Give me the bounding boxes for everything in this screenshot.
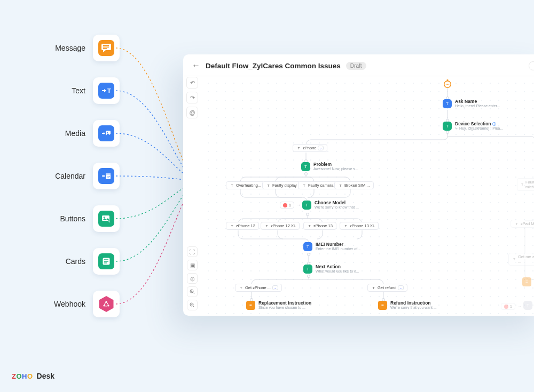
node-replacement[interactable]: ≡ Replacement Instruction Since you have…: [246, 301, 311, 310]
svg-point-44: [308, 253, 310, 256]
svg-rect-13: [108, 176, 108, 177]
cards-icon: [98, 253, 114, 269]
undo-icon[interactable]: ↶: [186, 77, 198, 89]
error-indicator-ghost: 1 →: [501, 303, 522, 310]
info-icon: ⓘ: [492, 122, 496, 126]
svg-line-31: [193, 306, 194, 307]
chevron-down-icon[interactable]: ⌄: [398, 285, 404, 290]
expand-icon[interactable]: ⛶: [187, 246, 198, 257]
svg-point-46: [308, 275, 310, 278]
node-choose-model[interactable]: T Choose Model We're sorry to know that …: [302, 201, 359, 210]
zoom-in-icon[interactable]: [187, 286, 198, 297]
node-ask-name[interactable]: T Ask Name Hello, there! Please enter...: [443, 99, 500, 108]
node-imei[interactable]: T IMEI Number Enter the IMEI number of..…: [303, 242, 360, 251]
svg-point-52: [446, 84, 447, 85]
redo-icon[interactable]: ↷: [186, 92, 198, 103]
svg-rect-12: [107, 176, 107, 177]
tool-message[interactable]: Message: [29, 35, 120, 61]
locate-icon[interactable]: ◎: [187, 273, 198, 284]
tool-label: Text: [72, 86, 85, 95]
app-header: ← Default Flow_ZylCares Common Issues Dr…: [183, 54, 534, 76]
chip-model[interactable]: TzPhone 12: [226, 222, 259, 230]
flow-builder-window: ← Default Flow_ZylCares Common Issues Dr…: [183, 54, 534, 316]
svg-line-27: [193, 292, 194, 294]
svg-rect-15: [107, 178, 107, 178]
node-ghost: T Anotherse......: [523, 301, 534, 310]
status-pill: Draft: [346, 62, 366, 70]
node-problem[interactable]: T Problem Awesome! Now, please s...: [301, 162, 358, 171]
chip-fault[interactable]: TFaulty camera: [298, 181, 337, 189]
flow-canvas[interactable]: T Ask Name Hello, there! Please enter...…: [202, 77, 534, 316]
variables-icon[interactable]: @: [186, 107, 198, 118]
tool-label: Calendar: [55, 172, 85, 180]
chip-model[interactable]: TzPhone 13 XL: [340, 222, 379, 230]
text-icon: T: [98, 83, 114, 99]
svg-rect-11: [106, 173, 111, 175]
fit-icon[interactable]: ▣: [187, 260, 198, 270]
buttons-icon: [98, 211, 114, 227]
chip-action[interactable]: TGet refund⌄: [367, 284, 407, 292]
svg-point-42: [307, 213, 309, 216]
tool-label: Media: [65, 129, 85, 138]
flow-title: Default Flow_ZylCares Common Issues: [206, 62, 341, 70]
zoom-out-icon[interactable]: [187, 300, 198, 310]
webhook-icon: [98, 296, 114, 312]
tool-label: Cards: [66, 257, 85, 266]
svg-point-37: [446, 131, 449, 134]
tool-webhook[interactable]: Webhook: [29, 291, 120, 317]
svg-point-53: [447, 84, 448, 85]
chip-fault[interactable]: TBroken SIM ...: [334, 181, 374, 189]
svg-point-54: [449, 84, 450, 85]
chevron-down-icon[interactable]: ⌄: [272, 285, 278, 290]
tool-text[interactable]: Text T: [29, 77, 120, 104]
chip-model[interactable]: TzPhone 12 XL: [261, 222, 300, 230]
message-icon: ≡: [246, 301, 255, 310]
tool-buttons[interactable]: Buttons: [29, 205, 120, 232]
search-icon[interactable]: [529, 61, 534, 70]
svg-point-18: [104, 217, 105, 218]
toolbox: Message Text T Media Calendar Buttons Ca…: [29, 35, 120, 333]
svg-point-40: [305, 173, 308, 175]
svg-marker-6: [104, 132, 105, 135]
start-node[interactable]: [443, 79, 452, 86]
tool-label: Buttons: [60, 214, 85, 223]
tool-media[interactable]: Media: [29, 120, 120, 147]
tool-cards[interactable]: Cards: [29, 248, 120, 275]
svg-marker-4: [104, 89, 106, 92]
chip-model[interactable]: TzPhone 13: [303, 222, 336, 230]
chip-action[interactable]: TGet zPhone ...⌄: [235, 284, 282, 292]
node-device-selection[interactable]: T Device Selection ⓘ ↳ Hey, @[askName] !…: [443, 122, 503, 131]
zoho-desk-logo: ZOHO Desk: [12, 372, 54, 380]
flow-edges: [202, 77, 534, 316]
node-ghost: ≡ Replaceme...Since you ha...: [522, 277, 534, 286]
chip-ghost: TFaulty micro...: [517, 178, 534, 191]
canvas-tools: ⛶ ▣ ◎: [187, 246, 198, 310]
tool-label: Webhook: [54, 300, 85, 308]
calendar-icon: [98, 168, 114, 184]
tool-label: Message: [55, 44, 85, 52]
chevron-down-icon[interactable]: ⌄: [318, 146, 324, 150]
svg-rect-55: [447, 79, 449, 81]
message-icon: [98, 40, 114, 56]
svg-rect-16: [108, 178, 108, 178]
chip-ghost: TzPad Mini: [511, 220, 534, 228]
back-arrow-icon[interactable]: ←: [192, 61, 200, 70]
svg-marker-9: [104, 175, 105, 178]
message-icon: ≡: [378, 301, 387, 310]
svg-text:T: T: [107, 87, 111, 94]
chip-fault[interactable]: TFaulty display: [262, 181, 301, 189]
svg-point-8: [107, 132, 108, 133]
error-indicator[interactable]: 1 →: [280, 202, 301, 209]
node-next-action[interactable]: T Next Action What would you like to d..…: [303, 265, 359, 274]
svg-rect-14: [109, 176, 109, 177]
media-icon: [98, 125, 114, 141]
chip-zphone[interactable]: TzPhone⌄: [293, 144, 327, 152]
node-refund[interactable]: ≡ Refund Instruction We're sorry that yo…: [378, 301, 437, 310]
chip-ghost: TGet me zPad ...: [508, 253, 534, 266]
tool-calendar[interactable]: Calendar: [29, 163, 120, 189]
chip-fault[interactable]: TOverheating...: [226, 181, 265, 189]
